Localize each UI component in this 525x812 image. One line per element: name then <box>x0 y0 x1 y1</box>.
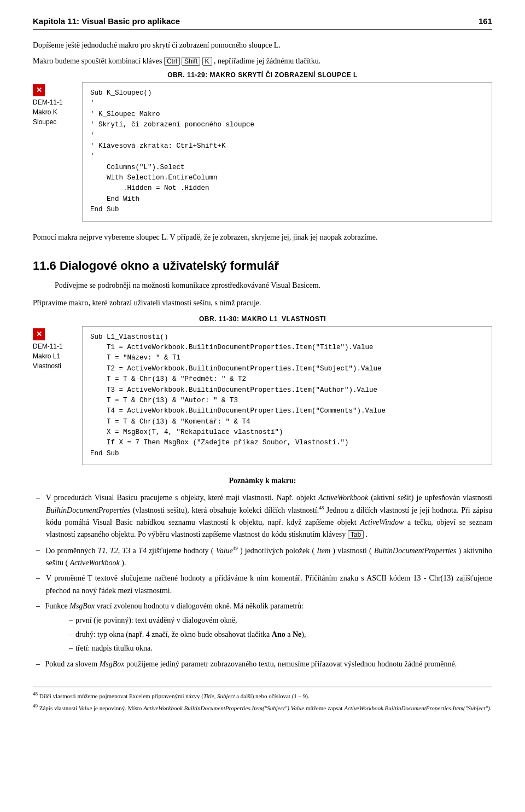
bullet1-mid2: (vlastnosti sešitu), která obsahuje kole… <box>133 506 319 514</box>
section-intro-1: Podívejme se podrobněji na možnosti komu… <box>33 280 492 292</box>
dem2-line3: Vlastnosti <box>33 362 61 370</box>
figure2-label: Obr. 11-30: Makro L1_Vlastnosti <box>33 315 492 323</box>
bullet1-mid1: (aktivní sešit) je upřesňován vlastností <box>371 494 492 502</box>
bullet5-pre: Pokud za slovem <box>45 660 100 668</box>
bullet2-italic3: Value <box>216 546 233 554</box>
intro-post: , nepřiřadíme jej žádnému tlačítku. <box>214 57 320 65</box>
intro-line1: Dopíšeme ještě jednoduché makro pro skry… <box>33 39 492 51</box>
list-item: třetí: nadpis titulku okna. <box>66 642 492 654</box>
list-item: V procedurách Visual Basicu pracujeme s … <box>33 492 492 541</box>
footnote-ref-48: 48 <box>319 505 324 511</box>
code-section-1: ✕ DEM-11-1 Makro K Sloupec Sub K_Sloupec… <box>33 82 492 222</box>
bullet1-italic3: ActiveWindow <box>360 518 404 526</box>
footnotes: 48 Dílčí vlastnosti můžeme pojmenovat Ex… <box>33 687 492 712</box>
dem1-line1: DEM-11-1 <box>33 98 63 106</box>
header-title: Kapitola 11: Visual Basic pro aplikace <box>33 16 180 26</box>
subbullet3: třetí: nadpis titulku okna. <box>75 644 153 652</box>
footnote-48: 48 Dílčí vlastnosti můžeme pojmenovat Ex… <box>33 691 492 700</box>
bullet2-mid3: ) jednotlivých položek ( <box>240 546 314 554</box>
subbullet2: druhý: typ okna (např. 4 značí, že okno … <box>75 630 306 639</box>
code-section-2: ✕ DEM-11-1 Makro L1 Vlastnosti Sub L1_Vl… <box>33 326 492 466</box>
list-item: první (je povinný): text uváděný v dialo… <box>66 614 492 627</box>
section-title: 11.6 Dialogové okno a uživatelský formul… <box>33 259 492 273</box>
footnote-49: 49 Zápis vlastnosti Value je nepovinný. … <box>33 703 492 712</box>
dem2-line1: DEM-11-1 <box>33 343 63 350</box>
dem1-icon: ✕ <box>33 84 45 96</box>
bullet4-pre: Funkce <box>45 602 70 610</box>
bullet2-italic5: BultinDocumentProperties <box>374 546 456 554</box>
bullet4-end: vrací zvolenou hodnotu v dialogovém okně… <box>97 602 304 610</box>
bullet1-italic1: ActiveWorkbook <box>318 494 368 502</box>
list-item: Do proměnných T1, T2, T3 a T4 zjišťujeme… <box>33 544 492 569</box>
dem1-label: ✕ DEM-11-1 Makro K Sloupec <box>33 82 82 127</box>
list-item: druhý: typ okna (např. 4 značí, že okno … <box>66 629 492 641</box>
footnote-49-text: Zápis vlastnosti Value je nepovinný. Mís… <box>39 705 492 711</box>
bullet4-italic: MsgBox <box>69 602 95 610</box>
dem2-icon: ✕ <box>33 328 45 340</box>
intro-line2: Makro budeme spouštět kombinací kláves C… <box>33 55 492 67</box>
intro-pre: Makro budeme spouštět kombinací kláves <box>33 57 162 65</box>
bullet2-italic1: T1, T2, T3 <box>98 546 131 554</box>
figure1-label: Obr. 11-29: Makro Skrytí či zobrazení sl… <box>33 71 492 79</box>
section-intro-2: Připravíme makro, které zobrazí uživatel… <box>33 297 492 309</box>
bullet1-italic2: BuiltinDocumentProperties <box>46 506 130 514</box>
dem1-line2: Makro K <box>33 108 57 116</box>
code-box-1: Sub K_Sloupec() ' ' K_Sloupec Makro ' Sk… <box>82 82 492 222</box>
notes-title: Poznámky k makru: <box>33 475 492 487</box>
sub-bullet-list: první (je povinný): text uváděný v dialo… <box>46 614 492 654</box>
notes-section: Poznámky k makru: V procedurách Visual B… <box>33 475 492 670</box>
list-item: V proměnné T textově slučujeme načtené h… <box>33 572 492 597</box>
body-text-1: Pomocí makra nejprve vybereme sloupec L.… <box>33 231 492 243</box>
dem2-line2: Makro L1 <box>33 352 60 360</box>
subbullet1: první (je povinný): text uváděný v dialo… <box>75 616 237 624</box>
bullet2-mid4: ) vlastností ( <box>332 546 371 554</box>
footnote-ref-49: 49 <box>233 546 238 551</box>
code-box-2: Sub L1_Vlastnosti() T1 = ActiveWorkbook.… <box>82 326 492 466</box>
dem1-line3: Sloupec <box>33 118 56 126</box>
key-k: K <box>202 57 212 66</box>
list-item: Pokud za slovem MsgBox použijeme jediný … <box>33 658 492 670</box>
bullet1-pre: V procedurách Visual Basicu pracujeme s … <box>46 494 318 502</box>
key-ctrl: Ctrl <box>164 57 180 66</box>
bullet2-italic6: ActiveWorkbook <box>70 559 120 567</box>
footnote-48-text: Dílčí vlastnosti můžeme pojmenovat Excel… <box>39 693 310 699</box>
bullet2-italic4: Item <box>317 546 330 554</box>
dem2-label: ✕ DEM-11-1 Makro L1 Vlastnosti <box>33 326 82 371</box>
bullet2-mid2: zjišťujeme hodnoty ( <box>149 546 214 554</box>
key-tab: Tab <box>348 530 364 539</box>
bullet2-end: ). <box>121 559 126 567</box>
key-shift: Shift <box>182 57 200 66</box>
bullet1-final: . <box>366 530 368 538</box>
list-item: Funkce MsgBox vrací zvolenou hodnotu v d… <box>33 600 492 655</box>
bullet3-text: V proměnné T textově slučujeme načtené h… <box>46 574 492 594</box>
bullet5-end: použijeme jediný parametr zobrazovaného … <box>126 660 457 668</box>
footnote-num-49: 49 <box>33 703 38 709</box>
bullet5-italic: MsgBox <box>100 660 125 668</box>
page-number: 161 <box>479 16 492 26</box>
footnote-num-48: 48 <box>33 691 38 697</box>
page-header: Kapitola 11: Visual Basic pro aplikace 1… <box>33 16 492 30</box>
bullet2-pre: Do proměnných <box>45 546 97 554</box>
bullet2-mid1: a <box>133 546 138 554</box>
notes-bullet-list: V procedurách Visual Basicu pracujeme s … <box>33 492 492 670</box>
bullet2-italic2: T4 <box>138 546 147 554</box>
